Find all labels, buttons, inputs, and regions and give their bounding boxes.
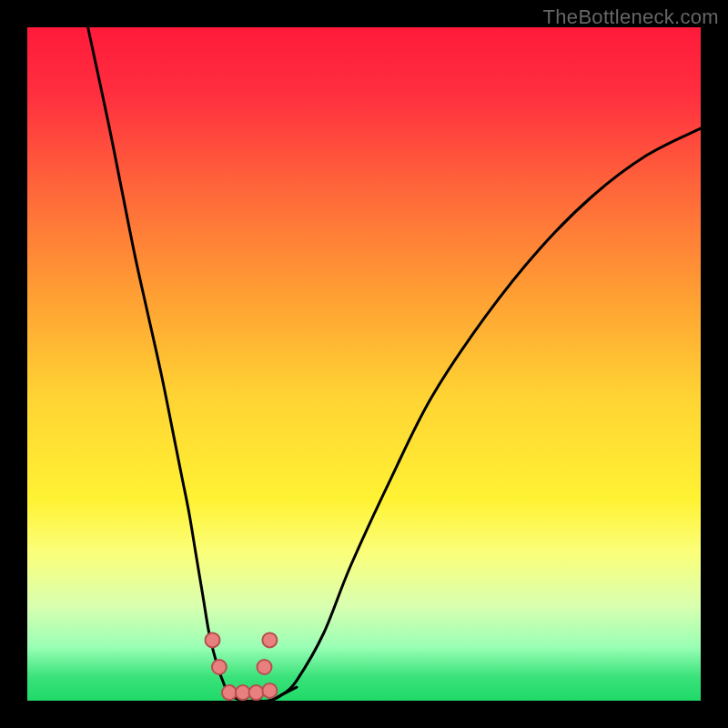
chart-frame: TheBottleneck.com xyxy=(0,0,728,728)
marker-floor-c xyxy=(249,685,264,700)
marker-left-upper xyxy=(206,632,220,647)
plot-area xyxy=(27,27,701,701)
watermark-text: TheBottleneck.com xyxy=(543,5,719,29)
curve-left xyxy=(88,27,297,701)
marker-left-lower xyxy=(212,660,227,674)
marker-floor-a xyxy=(222,685,237,700)
marker-right-upper xyxy=(262,632,277,647)
curve-right xyxy=(243,128,701,701)
curves-layer xyxy=(27,27,701,701)
marker-right-lower xyxy=(257,660,271,674)
marker-floor-d xyxy=(262,683,277,698)
markers-group xyxy=(206,632,278,700)
marker-floor-b xyxy=(236,685,250,700)
